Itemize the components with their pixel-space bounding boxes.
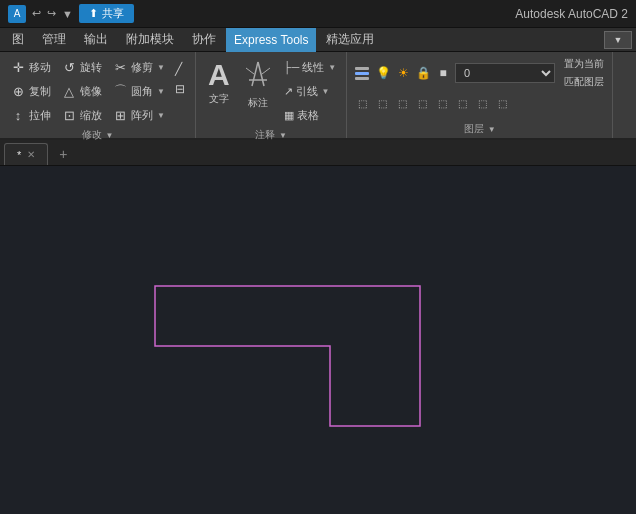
ribbon-group-annotate: A 文字 标注 (196, 52, 347, 138)
mirror-button[interactable]: △ 镜像 (57, 80, 106, 102)
table-icon: ▦ (284, 109, 294, 122)
svg-rect-7 (355, 77, 369, 80)
trim-button[interactable]: ✂ 修剪 ▼ (108, 56, 169, 78)
l-shape-polygon (155, 286, 420, 426)
stretch-button[interactable]: ↕ 拉伸 (6, 104, 55, 126)
layer-icon7[interactable]: ⬚ (473, 94, 491, 112)
svg-line-4 (262, 68, 270, 74)
layer-group-label: 图层 ▼ (464, 122, 496, 136)
array-icon: ⊞ (112, 107, 128, 123)
move-icon: ✛ (10, 59, 26, 75)
layer-top-row: 💡 ☀ 🔒 ■ 0 置为当前 匹配图层 (353, 56, 606, 90)
layer-dropdown[interactable]: 0 (455, 63, 555, 83)
leader-dropdown-arrow: ▼ (322, 87, 330, 96)
erase-button[interactable]: ⊟ (171, 80, 189, 98)
title-bar-left: A ↩ ↪ ▼ ⬆ 共享 (8, 4, 134, 23)
match-layer-button[interactable]: 匹配图层 (562, 74, 606, 90)
mirror-icon: △ (61, 83, 77, 99)
rotate-button[interactable]: ↺ 旋转 (57, 56, 106, 78)
layer-icon8[interactable]: ⬚ (493, 94, 511, 112)
move-button[interactable]: ✛ 移动 (6, 56, 55, 78)
dimension-button[interactable]: 标注 (238, 56, 278, 114)
modify-col2: ↺ 旋转 △ 镜像 ⊡ 缩放 (57, 56, 106, 126)
layer-small-icons (353, 64, 371, 82)
menu-item-fujia[interactable]: 附加模块 (118, 28, 182, 52)
share-button[interactable]: ⬆ 共享 (79, 4, 134, 23)
line-tool-button[interactable]: ╱ (171, 60, 189, 78)
svg-line-1 (258, 62, 264, 86)
stretch-icon: ↕ (10, 107, 26, 123)
svg-rect-6 (355, 72, 369, 75)
modify-dropdown-arrow[interactable]: ▼ (106, 131, 114, 140)
layer-icon5[interactable]: ⬚ (433, 94, 451, 112)
tab-label: * (17, 149, 21, 161)
linear-button[interactable]: ├─ 线性 ▼ (280, 56, 341, 78)
layer-bulb-icon[interactable]: 💡 (374, 64, 392, 82)
title-bar: A ↩ ↪ ▼ ⬆ 共享 Autodesk AutoCAD 2 (0, 0, 636, 28)
menu-item-jingxuan[interactable]: 精选应用 (318, 28, 382, 52)
workspace-icon: ▼ (614, 35, 623, 45)
text-button[interactable]: A 文字 (202, 56, 236, 110)
svg-line-0 (252, 62, 258, 86)
array-dropdown-arrow: ▼ (157, 111, 165, 120)
menu-item-express[interactable]: Express Tools (226, 28, 316, 52)
layer-properties-button[interactable] (353, 64, 371, 82)
modify-group-label: 修改 ▼ (82, 128, 114, 142)
layer-icons-row2: ⬚ ⬚ ⬚ ⬚ ⬚ ⬚ ⬚ ⬚ (353, 94, 606, 112)
modify-col4: ╱ ⊟ (171, 56, 189, 98)
table-button[interactable]: ▦ 表格 (280, 104, 341, 126)
annotate-group-label: 注释 ▼ (255, 128, 287, 142)
menu-bar: 图 管理 输出 附加模块 协作 Express Tools 精选应用 ▼ (0, 28, 636, 52)
layer-lock-icon[interactable]: 🔒 (414, 64, 432, 82)
set-current-button[interactable]: 置为当前 (562, 56, 606, 72)
new-tab-button[interactable]: + (52, 143, 74, 165)
menu-item-shuchu[interactable]: 输出 (76, 28, 116, 52)
modify-col1: ✛ 移动 ⊕ 复制 ↕ 拉伸 (6, 56, 55, 126)
fillet-dropdown-arrow: ▼ (157, 87, 165, 96)
drawing-tab[interactable]: * ✕ (4, 143, 48, 165)
annotate-content: A 文字 标注 (202, 56, 340, 126)
quick-redo[interactable]: ↪ (47, 7, 56, 20)
fillet-icon: ⌒ (112, 83, 128, 99)
app-title: Autodesk AutoCAD 2 (515, 7, 628, 21)
layer-sun-icon[interactable]: ☀ (394, 64, 412, 82)
quick-undo[interactable]: ↩ (32, 7, 41, 20)
erase-icon: ⊟ (175, 82, 185, 96)
scale-button[interactable]: ⊡ 缩放 (57, 104, 106, 126)
layer-content: 💡 ☀ 🔒 ■ 0 置为当前 匹配图层 ⬚ ⬚ ⬚ (353, 56, 606, 120)
svg-line-3 (246, 68, 254, 74)
layer-icon1[interactable]: ⬚ (353, 94, 371, 112)
linear-icon: ├─ (284, 61, 300, 73)
quick-dropdown[interactable]: ▼ (62, 8, 73, 20)
canvas-area[interactable] (0, 166, 636, 514)
layer-status-icons: 💡 ☀ 🔒 ■ (374, 64, 452, 82)
copy-button[interactable]: ⊕ 复制 (6, 80, 55, 102)
app-icon: A (8, 5, 26, 23)
leader-icon: ↗ (284, 85, 293, 98)
layer-icon2[interactable]: ⬚ (373, 94, 391, 112)
workspace-dropdown[interactable]: ▼ (604, 31, 632, 49)
modify-content: ✛ 移动 ⊕ 复制 ↕ 拉伸 ↺ 旋转 △ (6, 56, 189, 126)
svg-rect-5 (355, 67, 369, 70)
drawing-canvas (0, 166, 636, 514)
menu-item-guanli[interactable]: 管理 (34, 28, 74, 52)
leader-button[interactable]: ↗ 引线 ▼ (280, 80, 341, 102)
share-icon: ⬆ (89, 7, 98, 20)
layer-right-buttons: 置为当前 匹配图层 (562, 56, 606, 90)
annotate-small-col: ├─ 线性 ▼ ↗ 引线 ▼ ▦ 表格 (280, 56, 341, 126)
layer-icon6[interactable]: ⬚ (453, 94, 471, 112)
text-icon: A (208, 60, 230, 90)
layer-icon4[interactable]: ⬚ (413, 94, 431, 112)
tab-close-button[interactable]: ✕ (27, 149, 35, 160)
menu-item-tu[interactable]: 图 (4, 28, 32, 52)
fillet-button[interactable]: ⌒ 圆角 ▼ (108, 80, 169, 102)
array-button[interactable]: ⊞ 阵列 ▼ (108, 104, 169, 126)
layer-dropdown-arrow[interactable]: ▼ (488, 125, 496, 134)
menu-item-xiezuo[interactable]: 协作 (184, 28, 224, 52)
modify-col3: ✂ 修剪 ▼ ⌒ 圆角 ▼ ⊞ 阵列 ▼ (108, 56, 169, 126)
linear-dropdown-arrow: ▼ (328, 63, 336, 72)
layer-color-icon[interactable]: ■ (434, 64, 452, 82)
ribbon: ✛ 移动 ⊕ 复制 ↕ 拉伸 ↺ 旋转 △ (0, 52, 636, 140)
annotate-dropdown-arrow[interactable]: ▼ (279, 131, 287, 140)
layer-icon3[interactable]: ⬚ (393, 94, 411, 112)
